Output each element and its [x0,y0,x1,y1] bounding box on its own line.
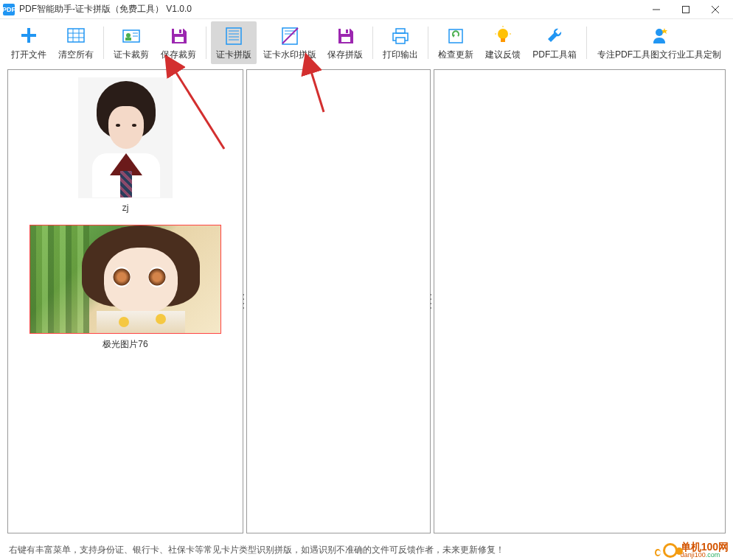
clear-all-button[interactable]: 清空所有 [53,21,99,64]
check-update-button[interactable]: 检查更新 [433,21,479,64]
person-star-icon [649,25,670,46]
thumbnail-item[interactable]: 极光图片76 [15,225,235,351]
svg-rect-1 [683,6,689,13]
watermark-logo-icon [663,543,678,558]
watermark-compose-label: 证卡水印拼版 [263,49,316,61]
window-controls [642,0,730,19]
app-icon: PDF [3,4,15,15]
maximize-icon [682,6,689,13]
svg-rect-17 [175,37,184,42]
svg-rect-29 [341,37,350,42]
statusbar: 右键有丰富菜单，支持身份证、银行卡、社保卡等常见卡片类型识别拼版，如遇识别不准确… [0,539,733,560]
watermark-cn: 单机100网 [681,542,729,552]
close-icon [712,6,719,13]
save-icon [168,25,189,46]
svg-rect-37 [501,38,505,42]
id-card-icon [121,25,142,46]
thumbnail-item[interactable]: zj [15,77,235,213]
save-compose-label: 保存拼版 [327,49,363,61]
toolbar-separator [103,27,104,59]
splitter-handle[interactable] [430,294,433,309]
clear-all-label: 清空所有 [58,49,94,61]
plus-icon [18,25,39,46]
card-crop-button[interactable]: 证卡裁剪 [108,21,154,64]
thumbnail-image[interactable] [29,225,221,334]
svg-rect-19 [226,28,241,44]
feedback-label: 建议反馈 [485,49,521,61]
content-area: zj 极光图片76 [0,66,733,536]
thumbnail-label: 极光图片76 [103,338,147,351]
minimize-icon [653,6,660,13]
print-button[interactable]: 打印输出 [378,21,423,64]
refresh-icon [445,25,466,46]
svg-rect-33 [396,38,405,43]
toolbox-button[interactable]: PDF工具箱 [527,21,582,64]
svg-line-27 [282,28,298,43]
svg-rect-13 [125,38,131,41]
close-button[interactable] [701,0,730,19]
svg-point-36 [498,29,508,39]
open-file-label: 打开文件 [11,49,46,61]
compose-icon [223,25,244,46]
printer-icon [390,25,411,46]
toolbar-separator [428,27,428,59]
svg-rect-18 [179,29,181,33]
toolbox-label: PDF工具箱 [532,49,577,61]
svg-rect-30 [346,29,348,33]
custom-button[interactable]: 专注PDF工具图文行业工具定制 [591,21,727,64]
svg-marker-35 [452,35,455,38]
print-label: 打印输出 [383,49,418,61]
save-crop-label: 保存裁剪 [161,49,196,61]
save-compose-button[interactable]: 保存拼版 [322,21,368,64]
status-text: 右键有丰富菜单，支持身份证、银行卡、社保卡等常见卡片类型识别拼版，如遇识别不准确… [9,544,504,556]
svg-point-12 [126,33,131,38]
save-crop-button[interactable]: 保存裁剪 [156,21,201,64]
card-crop-label: 证卡裁剪 [114,49,149,61]
watermark-icon [279,25,300,46]
window-title: PDF智能助手-证卡拼版（免费工具） V1.0.0 [19,3,642,15]
open-file-button[interactable]: 打开文件 [6,21,52,64]
watermark-en: danji100.com [681,552,729,559]
preview-panel-2[interactable] [434,69,726,533]
thumbnail-image[interactable] [78,77,173,198]
titlebar: PDF PDF智能助手-证卡拼版（免费工具） V1.0.0 [0,0,733,19]
site-watermark: 单机100网 danji100.com [663,542,729,559]
watermark-compose-button[interactable]: 证卡水印拼版 [258,21,321,64]
card-compose-button[interactable]: 证卡拼版 [211,21,257,64]
thumbnail-panel[interactable]: zj 极光图片76 [7,69,243,533]
feedback-button[interactable]: 建议反馈 [480,21,526,64]
wrench-icon [544,25,565,46]
preview-panel-1[interactable] [246,69,431,533]
toolbar-separator [372,27,373,59]
minimize-button[interactable] [642,0,671,19]
svg-rect-28 [341,29,350,34]
card-compose-label: 证卡拼版 [216,49,251,61]
toolbar-separator [586,27,587,59]
svg-point-41 [656,29,663,36]
thumbnail-label: zj [122,203,129,213]
save-icon [335,25,355,46]
toolbar-separator [206,27,206,59]
splitter-handle[interactable] [243,294,246,309]
toolbar: 打开文件 清空所有 证卡裁剪 保存裁剪 证卡拼版 证卡水印拼版 [0,19,733,66]
lightbulb-icon [493,25,513,46]
maximize-button[interactable] [671,0,701,19]
svg-rect-32 [396,29,405,33]
svg-rect-16 [174,29,183,34]
check-update-label: 检查更新 [438,49,473,61]
custom-label: 专注PDF工具图文行业工具定制 [597,49,721,61]
svg-rect-6 [68,29,84,42]
grid-icon [66,25,86,46]
